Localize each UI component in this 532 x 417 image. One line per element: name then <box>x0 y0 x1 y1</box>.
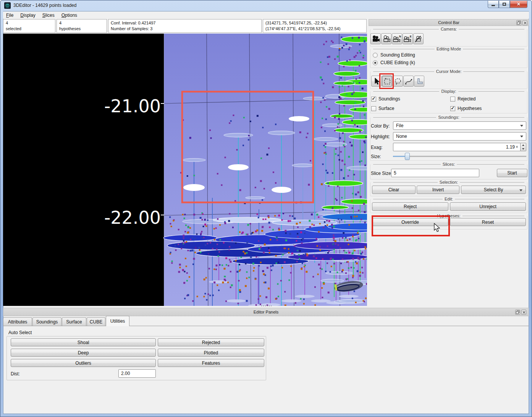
soundings-section-label: Soundings: <box>438 115 459 120</box>
editor-panels-close-button[interactable] <box>521 310 526 315</box>
dist-input[interactable]: 2.00 <box>118 369 156 378</box>
menu-slices[interactable]: Slices <box>39 12 58 19</box>
display-section-label: Display: <box>441 89 456 94</box>
tab-label: Utilities <box>110 318 125 324</box>
tab-label: CUBE <box>90 319 102 325</box>
cursor-pointer-button[interactable] <box>371 76 382 87</box>
maximize-icon <box>503 3 506 6</box>
exag-spinner-buttons[interactable] <box>521 143 526 151</box>
conf-interval-text: Conf. Interval: 0.421497 <box>111 20 259 26</box>
clear-button[interactable]: Clear <box>372 186 416 194</box>
cursor-lasso-button[interactable] <box>393 76 403 87</box>
override-button[interactable]: Override <box>372 218 448 226</box>
camera-outline-icon <box>382 35 391 43</box>
spin-up-icon <box>522 144 524 146</box>
cursor-polyline-button[interactable] <box>403 76 414 87</box>
float-icon <box>517 21 521 24</box>
checkbox-soundings[interactable]: Soundings <box>371 96 400 102</box>
selected-count: 4 <box>6 20 53 26</box>
highlight-dropdown[interactable]: None <box>393 132 526 141</box>
minimize-button[interactable] <box>488 1 499 8</box>
editor-panels-float-button[interactable] <box>515 310 520 315</box>
plotted-button[interactable]: Plotted <box>158 349 264 357</box>
chevron-down-icon <box>520 125 523 127</box>
radio-label: CUBE Editing (k) <box>380 60 415 65</box>
invert-button-label: Invert <box>432 187 444 192</box>
chevron-down-icon <box>519 189 522 191</box>
menu-options[interactable]: Options <box>58 12 80 19</box>
camera-north-button[interactable]: N <box>392 33 402 44</box>
camera-section-label: Camera: <box>441 27 457 31</box>
viewport-3d[interactable]: -21.00-22.00 <box>3 34 367 306</box>
auto-select-label: Auto Select <box>8 330 32 335</box>
app-icon <box>4 2 11 9</box>
reset-button[interactable]: Reset <box>450 218 526 226</box>
invert-button[interactable]: Invert <box>417 186 459 194</box>
camera-edit-button[interactable] <box>413 33 424 44</box>
editor-panels-title: Editor Panels <box>254 310 278 314</box>
checkbox-icon <box>371 106 376 111</box>
editing-mode-label: Editing Mode <box>437 47 461 51</box>
hypotheses-count: 4 <box>59 20 104 26</box>
checkbox-rejected[interactable]: Rejected <box>450 96 475 102</box>
svg-text:E: E <box>410 35 412 38</box>
slice-size-input[interactable]: 5 <box>391 169 479 177</box>
control-bar-title: Control Bar <box>438 20 459 25</box>
control-bar-float-button[interactable] <box>516 20 521 25</box>
size-slider[interactable] <box>393 153 526 160</box>
control-bar-close-button[interactable] <box>522 20 527 25</box>
checkbox-label: Rejected <box>458 96 475 102</box>
features-button[interactable]: Features <box>158 359 264 367</box>
exag-multiplier: × <box>516 144 518 150</box>
splitter-grip[interactable] <box>261 305 275 307</box>
selected-count-box: 4 selected <box>3 19 55 33</box>
tab-soundings[interactable]: Soundings <box>32 317 61 326</box>
deep-button[interactable]: Deep <box>11 349 156 357</box>
menu-display[interactable]: Display <box>17 12 38 19</box>
camera-east-button[interactable]: E <box>403 33 413 44</box>
shoal-button[interactable]: Shoal <box>11 338 156 346</box>
radio-sounding-editing[interactable]: Sounding Editing <box>373 52 415 58</box>
cursor-angle-button[interactable] <box>414 76 424 87</box>
dist-value: 2.00 <box>121 371 130 376</box>
camera-home-button[interactable] <box>370 33 381 44</box>
highlight-value: None <box>396 134 407 139</box>
reject-button[interactable]: Reject <box>372 202 448 211</box>
unreject-button[interactable]: Unreject <box>450 202 526 211</box>
exag-spinbox[interactable]: 1.19 × <box>393 143 526 151</box>
reset-button-label: Reset <box>482 220 494 225</box>
rejected-button[interactable]: Rejected <box>158 338 264 346</box>
unreject-button-label: Unreject <box>479 204 496 209</box>
tab-surface[interactable]: Surface <box>62 317 86 326</box>
selection-section-label: Selection: <box>440 180 458 184</box>
cursor-rect-select-button[interactable] <box>382 76 392 87</box>
reject-button-label: Reject <box>404 204 417 209</box>
tab-utilities[interactable]: Utilities <box>106 316 129 326</box>
slider-handle[interactable] <box>405 153 410 160</box>
checkbox-hypotheses[interactable]: Hypotheses <box>450 106 482 111</box>
radio-icon <box>373 60 378 65</box>
color-by-dropdown[interactable]: File <box>393 121 526 130</box>
checkbox-surface[interactable]: Surface <box>371 106 394 111</box>
select-by-button[interactable]: Select By <box>461 186 526 194</box>
camera-view-button[interactable] <box>381 33 391 44</box>
start-button[interactable]: Start <box>497 169 527 177</box>
override-button-label: Override <box>401 220 419 225</box>
edit-section-label: Edit: <box>445 197 453 201</box>
menu-bar: File Display Slices Options <box>3 11 529 19</box>
color-by-label: Color By: <box>371 123 390 129</box>
maximize-button[interactable] <box>499 1 510 8</box>
close-button[interactable]: ✕ <box>510 1 527 8</box>
tab-cube[interactable]: CUBE <box>87 317 105 326</box>
selected-label: selected <box>6 26 53 32</box>
slider-groove <box>393 156 526 157</box>
svg-text:-21.00: -21.00 <box>104 96 161 116</box>
tab-attributes[interactable]: Attributes <box>3 317 32 326</box>
menu-file[interactable]: File <box>3 12 16 19</box>
outliers-button[interactable]: Outliers <box>11 359 156 367</box>
spin-down-icon <box>522 148 524 150</box>
highlight-label: Highlight: <box>371 134 390 139</box>
radio-cube-editing[interactable]: CUBE Editing (k) <box>373 60 415 65</box>
angle-icon <box>416 78 423 85</box>
pointer-icon <box>373 78 380 85</box>
